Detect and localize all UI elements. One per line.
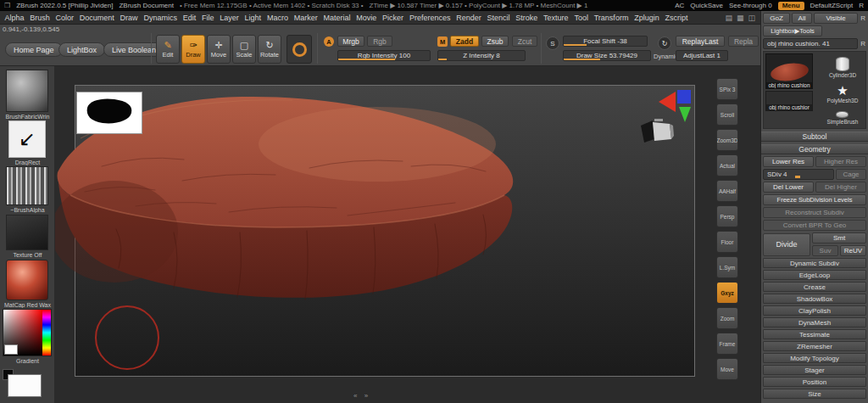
persp-button[interactable]: Persp: [716, 205, 738, 227]
canvas-nav[interactable]: « »: [353, 392, 370, 400]
goz-all-button[interactable]: All: [792, 13, 812, 24]
anchor-icon[interactable]: A: [324, 36, 334, 47]
rotate-mode-button[interactable]: ↻ Rotate: [258, 35, 281, 64]
saturation-square[interactable]: [3, 310, 42, 355]
alpha-preview[interactable]: [76, 92, 142, 134]
focal-shift-slider[interactable]: Focal Shift -38: [563, 36, 648, 47]
lightbox-tools-button[interactable]: Lightbox▶Tools: [763, 25, 822, 36]
floor-button[interactable]: Floor: [716, 231, 738, 253]
size-section[interactable]: Size: [763, 389, 866, 399]
rgb-button[interactable]: Rgb: [367, 36, 392, 47]
panels-icon[interactable]: ◫: [748, 14, 755, 22]
stroke-icon[interactable]: S: [546, 36, 559, 50]
menu-material[interactable]: Material: [320, 14, 353, 22]
menu-texture[interactable]: Texture: [541, 14, 571, 22]
menu-file[interactable]: File: [199, 14, 217, 22]
texture-thumbnail[interactable]: [6, 215, 48, 250]
polymesh3d-tool[interactable]: ★ PolyMesh3D: [827, 85, 859, 104]
zscript-button[interactable]: DefaultZScript: [810, 2, 854, 9]
modify-topology-section[interactable]: Modify Topology: [763, 353, 866, 363]
edgeloop-section[interactable]: EdgeLoop: [763, 270, 866, 280]
dynamesh-section[interactable]: DynaMesh: [763, 317, 866, 327]
draw-mode-button[interactable]: ✑ Draw: [181, 35, 205, 64]
simplebrush-tool[interactable]: SimpleBrush: [827, 111, 859, 125]
menu-document[interactable]: Document: [76, 14, 117, 22]
zsub-button[interactable]: Zsub: [481, 36, 509, 47]
menu-layer[interactable]: Layer: [217, 14, 242, 22]
menu-tool[interactable]: Tool: [571, 14, 591, 22]
menu-picker[interactable]: Picker: [380, 14, 407, 22]
freeze-subdivision-button[interactable]: Freeze SubDivision Levels: [763, 194, 866, 205]
local-symmetry-button[interactable]: L.Sym: [716, 256, 738, 278]
active-tool-thumbnail[interactable]: obj rhino cushion: [765, 53, 813, 89]
draw-size-slider[interactable]: Draw Size 53.79429: [563, 50, 651, 61]
replay-icon[interactable]: ↻: [658, 36, 671, 50]
dynamic-toggle[interactable]: Dynamic: [654, 53, 678, 60]
titlebar-restore[interactable]: R: [859, 2, 864, 9]
stroke-thumbnail[interactable]: ↙: [8, 120, 46, 158]
crease-section[interactable]: Crease: [763, 282, 866, 292]
seethrough-slider[interactable]: See-through 0: [729, 2, 772, 9]
cylinder3d-tool[interactable]: Cylinder3D: [829, 57, 856, 78]
menu-stencil[interactable]: Stencil: [484, 14, 513, 22]
spix-button[interactable]: SPix 3: [716, 78, 738, 100]
dynamic-subdiv-section[interactable]: Dynamic Subdiv: [763, 258, 866, 268]
primary-color-swatch[interactable]: [8, 374, 42, 397]
current-tool-bar[interactable]: obj rhino cushion. 41: [763, 38, 858, 49]
rgb-intensity-slider[interactable]: Rgb Intensity 100: [337, 50, 431, 61]
aahalf-button[interactable]: AAHalf: [716, 180, 738, 202]
menu-color[interactable]: Color: [53, 14, 76, 22]
convert-bpr-button[interactable]: Convert BPR To Geo: [763, 220, 866, 231]
move-mode-button[interactable]: ✛ Move: [207, 35, 231, 64]
scroll-button[interactable]: Scroll: [716, 104, 738, 126]
zoom3d-button[interactable]: Zoom3D: [716, 129, 738, 151]
reuv-button[interactable]: ReUV: [840, 245, 866, 256]
position-section[interactable]: Position: [763, 377, 866, 387]
material-thumbnail[interactable]: [6, 260, 48, 300]
menu-render[interactable]: Render: [453, 14, 484, 22]
menu-preferences[interactable]: Preferences: [407, 14, 453, 22]
cage-button[interactable]: Cage: [836, 169, 866, 180]
color-picker[interactable]: [3, 309, 52, 356]
lower-res-button[interactable]: Lower Res: [763, 156, 814, 167]
repla-button[interactable]: Repla: [728, 36, 759, 47]
gxyz-button[interactable]: Gxyz: [716, 282, 738, 304]
edit-mode-button[interactable]: ✎ Edit: [156, 35, 180, 64]
shadowbox-section[interactable]: ShadowBox: [763, 294, 866, 304]
menu-transform[interactable]: Transform: [591, 14, 631, 22]
scale-mode-button[interactable]: ▢ Scale: [232, 35, 256, 64]
ac-toggle[interactable]: AC: [675, 2, 684, 9]
grid-icon[interactable]: ▦: [737, 14, 744, 22]
zadd-button[interactable]: Zadd: [450, 36, 479, 47]
home-page-button[interactable]: Home Page: [5, 42, 63, 57]
menu-button[interactable]: Menu: [778, 2, 804, 10]
menu-zplugin[interactable]: Zplugin: [632, 14, 662, 22]
zcut-button[interactable]: Zcut: [512, 36, 537, 47]
adjust-last-slider[interactable]: AdjustLast 1: [676, 50, 728, 61]
menu-macro[interactable]: Macro: [264, 14, 292, 22]
menu-alpha[interactable]: Alpha: [2, 14, 27, 22]
palette-restore[interactable]: R: [860, 14, 866, 22]
lightbox-button[interactable]: LightBox: [58, 42, 105, 57]
move-canvas-button[interactable]: Move: [716, 358, 738, 380]
menu-dynamics[interactable]: Dynamics: [141, 14, 180, 22]
history-tool-thumbnail[interactable]: obj rhino cushior: [765, 91, 813, 111]
zoom-button[interactable]: Zoom: [716, 307, 738, 329]
suv-toggle[interactable]: Suv: [812, 245, 838, 256]
goz-visible-button[interactable]: Visible: [814, 13, 858, 24]
tool-restore[interactable]: R: [860, 40, 866, 48]
stager-section[interactable]: Stager: [763, 365, 866, 375]
menu-edit[interactable]: Edit: [180, 14, 198, 22]
higher-res-button[interactable]: Higher Res: [815, 156, 866, 167]
document-canvas[interactable]: « »: [55, 66, 760, 403]
app-icon[interactable]: ❒: [4, 2, 10, 9]
geometry-section-header[interactable]: Geometry: [761, 144, 868, 154]
replay-last-button[interactable]: ReplayLast: [676, 36, 725, 47]
zremesher-section[interactable]: ZRemesher: [763, 341, 866, 351]
sdiv-slider[interactable]: SDiv 4: [763, 169, 834, 180]
reconstruct-subdiv-button[interactable]: Reconstruct Subdiv: [763, 207, 866, 218]
del-higher-button[interactable]: Del Higher: [815, 182, 866, 193]
menu-light[interactable]: Light: [242, 14, 264, 22]
divide-button[interactable]: Divide: [763, 233, 810, 256]
del-lower-button[interactable]: Del Lower: [763, 182, 814, 193]
